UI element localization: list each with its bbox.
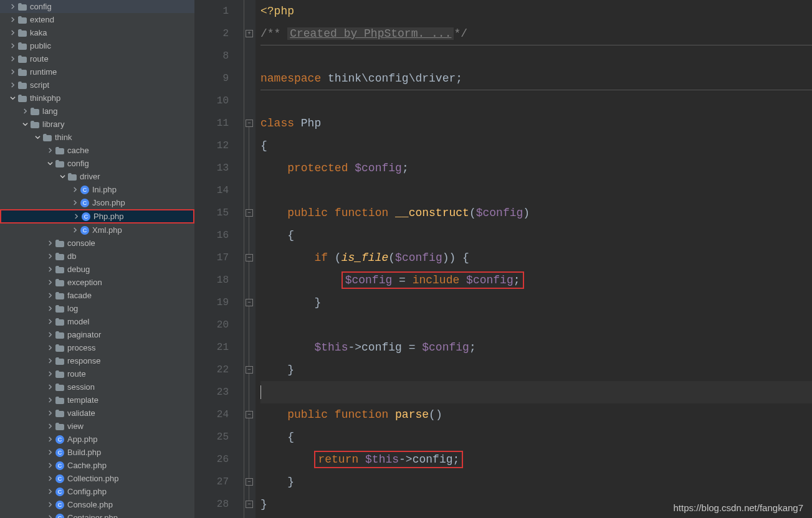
tree-item-cache[interactable]: cache (0, 144, 194, 157)
line-number[interactable]: 21 (194, 336, 229, 359)
line-number[interactable]: 2 (194, 22, 229, 45)
tree-arrow-icon[interactable] (9, 29, 16, 37)
code-line-17[interactable]: if (is_file($config)) { (260, 247, 812, 269)
tree-item-runtime[interactable]: runtime (0, 65, 194, 78)
tree-item-route[interactable]: route (0, 52, 194, 65)
tree-item-thinkphp[interactable]: thinkphp (0, 92, 194, 105)
code-line-24[interactable]: public function parse() (260, 403, 812, 426)
tree-item-console-php[interactable]: CConsole.php (0, 498, 194, 511)
code-line-2[interactable]: /** Created by PhpStorm. ...*/ (260, 22, 812, 45)
fold-collapse-icon[interactable]: − (246, 501, 253, 508)
tree-item-library[interactable]: library (0, 118, 194, 131)
tree-item-view[interactable]: view (0, 420, 194, 433)
tree-item-facade[interactable]: facade (0, 289, 194, 302)
tree-arrow-icon[interactable] (9, 16, 16, 24)
line-number[interactable]: 25 (194, 426, 229, 448)
tree-arrow-icon[interactable] (59, 173, 66, 181)
line-number[interactable]: 18 (194, 269, 229, 291)
tree-arrow-icon[interactable] (46, 331, 54, 339)
tree-arrow-icon[interactable] (46, 240, 54, 247)
tree-arrow-icon[interactable] (46, 462, 54, 469)
tree-arrow-icon[interactable] (46, 147, 54, 154)
line-number[interactable]: 23 (194, 381, 229, 403)
line-number[interactable]: 12 (194, 134, 229, 157)
line-number[interactable]: 13 (194, 157, 229, 179)
tree-item-extend[interactable]: extend (0, 13, 194, 26)
tree-item-session[interactable]: session (0, 380, 194, 393)
tree-item-public[interactable]: public (0, 39, 194, 52)
code-line-25[interactable]: { (260, 426, 812, 448)
tree-item-build-php[interactable]: CBuild.php (0, 446, 194, 459)
tree-arrow-icon[interactable] (46, 384, 54, 391)
tree-arrow-icon[interactable] (21, 121, 29, 128)
tree-arrow-icon[interactable] (46, 488, 54, 496)
tree-item-log[interactable]: log (0, 302, 194, 315)
code-line-21[interactable]: $this->config = $config; (260, 336, 812, 359)
tree-arrow-icon[interactable] (71, 227, 79, 234)
line-number[interactable]: 14 (194, 179, 229, 202)
fold-collapse-icon[interactable]: − (246, 411, 253, 418)
tree-arrow-icon[interactable] (34, 134, 41, 141)
tree-item-config[interactable]: config (0, 157, 194, 170)
tree-arrow-icon[interactable] (46, 449, 54, 456)
code-line-13[interactable]: protected $config; (260, 157, 812, 179)
tree-item-paginator[interactable]: paginator (0, 328, 194, 341)
code-line-18[interactable]: $config = include $config; (260, 269, 812, 291)
code-line-14[interactable] (260, 179, 812, 202)
code-line-20[interactable] (260, 314, 812, 336)
tree-item-debug[interactable]: debug (0, 263, 194, 276)
code-line-10[interactable] (260, 90, 812, 112)
line-number[interactable]: 22 (194, 359, 229, 381)
code-line-9[interactable]: namespace think\config\driver; (260, 67, 812, 90)
tree-item-model[interactable]: model (0, 315, 194, 328)
line-number[interactable]: 1 (194, 0, 229, 22)
code-line-23-current[interactable] (260, 381, 812, 403)
fold-expand-icon[interactable]: + (246, 30, 253, 37)
tree-arrow-icon[interactable] (72, 213, 80, 220)
code-area[interactable]: <?php /** Created by PhpStorm. ...*/ nam… (256, 0, 812, 518)
tree-item-think[interactable]: think (0, 131, 194, 144)
tree-item-collection-php[interactable]: CCollection.php (0, 472, 194, 485)
line-number[interactable]: 28 (194, 493, 229, 516)
tree-arrow-icon[interactable] (9, 82, 16, 89)
fold-collapse-icon[interactable]: − (246, 299, 253, 306)
tree-item-route[interactable]: route (0, 367, 194, 380)
tree-item-cache-php[interactable]: CCache.php (0, 459, 194, 472)
tree-arrow-icon[interactable] (9, 95, 16, 102)
fold-collapse-icon[interactable]: − (246, 254, 253, 261)
tree-arrow-icon[interactable] (46, 279, 54, 286)
tree-item-validate[interactable]: validate (0, 407, 194, 420)
tree-arrow-icon[interactable] (9, 42, 16, 50)
code-line-27[interactable]: } (260, 471, 812, 493)
tree-item-xml-php[interactable]: CXml.php (0, 224, 194, 237)
line-number[interactable]: 8 (194, 45, 229, 67)
tree-item-json-php[interactable]: CJson.php (0, 196, 194, 209)
code-line-1[interactable]: <?php (260, 0, 812, 22)
tree-arrow-icon[interactable] (46, 501, 54, 509)
tree-arrow-icon[interactable] (46, 318, 54, 326)
line-number[interactable]: 17 (194, 247, 229, 269)
tree-arrow-icon[interactable] (9, 55, 16, 63)
tree-item-app-php[interactable]: CApp.php (0, 433, 194, 446)
tree-arrow-icon[interactable] (21, 108, 29, 115)
tree-arrow-icon[interactable] (46, 397, 54, 404)
tree-item-exception[interactable]: exception (0, 276, 194, 289)
line-number[interactable]: 11 (194, 112, 229, 134)
project-tree-sidebar[interactable]: configextendkakapublicrouteruntimescript… (0, 0, 194, 518)
tree-item-config[interactable]: config (0, 0, 194, 13)
code-line-16[interactable]: { (260, 224, 812, 247)
line-number[interactable]: 20 (194, 314, 229, 336)
tree-arrow-icon[interactable] (46, 266, 54, 273)
tree-arrow-icon[interactable] (71, 186, 79, 194)
fold-collapse-icon[interactable]: − (246, 209, 253, 217)
fold-collapse-icon[interactable]: − (246, 478, 253, 486)
tree-arrow-icon[interactable] (46, 436, 54, 443)
tree-item-php-php[interactable]: CPhp.php (0, 209, 194, 224)
tree-arrow-icon[interactable] (46, 357, 54, 365)
tree-arrow-icon[interactable] (9, 68, 16, 76)
code-line-22[interactable]: } (260, 359, 812, 381)
tree-item-template[interactable]: template (0, 393, 194, 407)
tree-arrow-icon[interactable] (46, 253, 54, 260)
tree-arrow-icon[interactable] (46, 423, 54, 430)
tree-item-process[interactable]: process (0, 341, 194, 354)
